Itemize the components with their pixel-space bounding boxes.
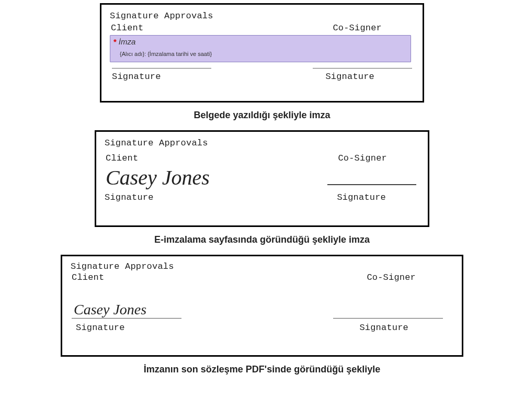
signature-field-label: İmza [119, 37, 136, 46]
signature-field-placeholder: {Alıcı adı}: {İmzalama tarihi ve saati} [120, 51, 407, 57]
client-signature-caption: Signature [105, 192, 154, 202]
section-title: Signature Approvals [110, 11, 414, 21]
client-signature-value: Casey Jones [105, 167, 210, 188]
client-signature-line [72, 318, 181, 319]
section-title: Signature Approvals [71, 262, 453, 271]
esign-box: Signature Approvals Client Co-Signer Cas… [95, 130, 429, 227]
authoring-box: Signature Approvals Client Co-Signer *İm… [100, 3, 424, 103]
caption-pdf: İmzanın son sözleşme PDF'sinde göründüğü… [0, 364, 524, 375]
cosigner-signature-caption: Signature [359, 323, 453, 333]
required-asterisk-icon: * [113, 37, 117, 46]
client-signature-line [112, 63, 211, 71]
cosigner-label: Co-Signer [338, 153, 418, 163]
cosigner-signature-line [313, 63, 412, 71]
client-signature-value: Casey Jones [71, 302, 201, 317]
cosigner-signature-caption: Signature [337, 192, 419, 202]
section-title: Signature Approvals [105, 138, 419, 148]
cosigner-label: Co-Signer [367, 273, 452, 282]
client-label: Client [106, 153, 138, 163]
signature-field-label-row: *İmza [113, 37, 407, 47]
signature-field[interactable]: *İmza {Alıcı adı}: {İmzalama tarihi ve s… [110, 35, 411, 62]
cosigner-signature-line [333, 318, 443, 319]
cosigner-signature-caption: Signature [325, 72, 414, 82]
client-signature-caption: Signature [110, 72, 161, 82]
cosigner-signature-line [327, 184, 416, 185]
client-label: Client [72, 273, 104, 282]
client-label: Client [111, 23, 143, 33]
caption-esign: E-imzalama sayfasında göründüğü şekliyle… [0, 234, 524, 245]
cosigner-label: Co-Signer [333, 23, 413, 33]
pdf-box: Signature Approvals Client Co-Signer Cas… [61, 255, 463, 357]
caption-authoring: Belgede yazıldığı şekliyle imza [0, 110, 524, 121]
client-signature-caption: Signature [71, 323, 125, 333]
page: Signature Approvals Client Co-Signer *İm… [0, 0, 524, 420]
